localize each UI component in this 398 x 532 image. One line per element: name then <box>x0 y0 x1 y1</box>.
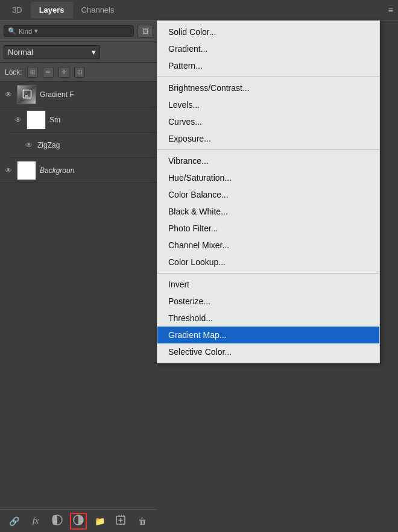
blend-mode-label: Normal <box>8 48 33 57</box>
layer-thumbnail: F <box>17 85 36 104</box>
search-icon: 🔍 <box>8 27 16 35</box>
layer-name: ZigZag <box>37 141 60 149</box>
layer-name: Gradient F <box>40 90 74 99</box>
search-bar: 🔍 Kind ▾ 🖼 <box>0 20 157 42</box>
svg-rect-4 <box>52 515 57 525</box>
menu-item-threshold[interactable]: Threshold... <box>157 310 379 327</box>
lock-image-icon[interactable]: ✏ <box>43 67 54 78</box>
menu-item-color-balance[interactable]: Color Balance... <box>157 186 379 203</box>
create-group-button[interactable]: 📁 <box>91 513 108 530</box>
svg-text:F: F <box>25 93 28 99</box>
lock-artboard-icon[interactable]: ⊡ <box>74 67 85 78</box>
menu-item-posterize[interactable]: Posterize... <box>157 293 379 310</box>
kind-search-input[interactable]: 🔍 Kind ▾ <box>4 25 134 37</box>
menu-separator <box>157 273 379 274</box>
left-panel: 🔍 Kind ▾ 🖼 Normal ▾ Lock: ⊞ ✏ ✛ ⊡ <box>0 20 157 532</box>
menu-item-photo-filter[interactable]: Photo Filter... <box>157 220 379 237</box>
trash-icon: 🗑 <box>138 516 147 526</box>
blend-mode-dropdown[interactable]: Normal ▾ <box>4 45 100 59</box>
image-type-icon[interactable]: 🖼 <box>137 25 153 38</box>
blend-chevron-icon: ▾ <box>92 48 96 57</box>
visibility-icon[interactable]: 👁 <box>4 166 13 175</box>
add-mask-button[interactable] <box>49 513 66 530</box>
menu-item-solid-color[interactable]: Solid Color... <box>157 23 379 40</box>
layers-list: 👁 F Gr <box>0 82 157 532</box>
new-layer-icon <box>116 515 127 527</box>
visibility-icon[interactable]: 👁 <box>13 115 23 125</box>
menu-item-exposure[interactable]: Exposure... <box>157 130 379 147</box>
adjustment-icon <box>73 515 84 527</box>
visibility-icon[interactable]: 👁 <box>4 90 13 99</box>
right-area: Solid Color... Gradient... Pattern... Br… <box>157 20 398 532</box>
main-layout: 🔍 Kind ▾ 🖼 Normal ▾ Lock: ⊞ ✏ ✛ ⊡ <box>0 20 398 532</box>
mask-icon <box>52 515 63 527</box>
visibility-icon[interactable]: 👁 <box>24 140 34 150</box>
menu-item-color-lookup[interactable]: Color Lookup... <box>157 254 379 271</box>
menu-item-black-white[interactable]: Black & White... <box>157 203 379 220</box>
bottom-toolbar: 🔗 fx <box>0 509 157 532</box>
menu-item-selective-color[interactable]: Selective Color... <box>157 343 379 360</box>
panel-menu-icon[interactable]: ≡ <box>388 5 393 15</box>
menu-item-vibrance[interactable]: Vibrance... <box>157 152 379 169</box>
kind-dropdown[interactable]: Kind ▾ <box>19 27 38 35</box>
folder-icon: 📁 <box>95 516 105 526</box>
tab-3d[interactable]: 3D <box>4 2 31 18</box>
fx-button[interactable]: fx <box>27 513 44 530</box>
blend-mode-bar: Normal ▾ <box>0 42 157 63</box>
add-adjustment-button[interactable] <box>70 513 87 530</box>
new-layer-button[interactable] <box>113 513 130 530</box>
menu-item-levels[interactable]: Levels... <box>157 96 379 113</box>
tab-channels[interactable]: Channels <box>73 2 123 18</box>
menu-item-brightness-contrast[interactable]: Brightness/Contrast... <box>157 80 379 96</box>
lock-bar: Lock: ⊞ ✏ ✛ ⊡ <box>0 63 157 82</box>
lock-position-icon[interactable]: ✛ <box>58 67 69 78</box>
menu-separator <box>157 77 379 77</box>
menu-item-curves[interactable]: Curves... <box>157 113 379 130</box>
link-layers-button[interactable]: 🔗 <box>6 513 23 530</box>
layer-item[interactable]: 👁 Backgroun <box>0 158 157 183</box>
menu-item-invert[interactable]: Invert <box>157 276 379 293</box>
image-icon: 🖼 <box>142 28 149 35</box>
lock-label: Lock: <box>5 68 22 77</box>
menu-item-gradient[interactable]: Gradient... <box>157 40 379 57</box>
kind-label: Kind <box>19 28 32 35</box>
menu-separator <box>157 149 379 150</box>
tab-layers[interactable]: Layers <box>31 2 73 18</box>
layer-name: Sm <box>49 116 60 124</box>
lock-transparency-icon[interactable]: ⊞ <box>27 67 38 78</box>
layer-item[interactable]: 👁 Sm <box>10 107 157 133</box>
layer-item[interactable]: 👁 F Gr <box>0 82 157 107</box>
tab-bar: 3D Layers Channels ≡ <box>0 0 398 20</box>
menu-item-gradient-map[interactable]: Gradient Map... <box>157 327 379 343</box>
menu-item-pattern[interactable]: Pattern... <box>157 57 379 74</box>
layer-name: Backgroun <box>40 166 74 175</box>
menu-item-hue-saturation[interactable]: Hue/Saturation... <box>157 169 379 186</box>
delete-layer-button[interactable]: 🗑 <box>134 513 151 530</box>
chevron-down-icon: ▾ <box>34 27 38 35</box>
adjustment-dropdown-menu: Solid Color... Gradient... Pattern... Br… <box>157 20 380 363</box>
layer-item[interactable]: 👁 ZigZag <box>10 133 157 158</box>
fx-icon: fx <box>33 516 39 526</box>
layer-thumbnail <box>17 161 36 180</box>
menu-item-channel-mixer[interactable]: Channel Mixer... <box>157 237 379 254</box>
link-icon: 🔗 <box>9 516 19 526</box>
layer-thumbnail <box>27 110 46 130</box>
